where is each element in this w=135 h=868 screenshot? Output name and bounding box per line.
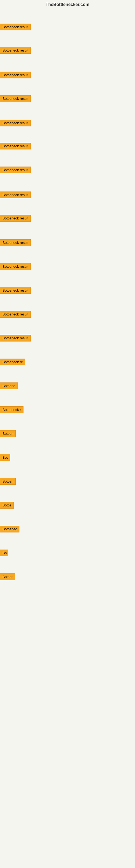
bottleneck-result-item-3[interactable]: Bottleneck result — [0, 72, 31, 80]
bottleneck-result-item-4[interactable]: Bottleneck result — [0, 95, 31, 103]
bottleneck-badge-12: Bottleneck result — [0, 287, 31, 294]
bottleneck-result-item-18[interactable]: Bottlen — [0, 430, 16, 438]
bottleneck-result-item-11[interactable]: Bottleneck result — [0, 263, 31, 271]
bottleneck-result-item-2[interactable]: Bottleneck result — [0, 47, 31, 55]
bottleneck-badge-6: Bottleneck result — [0, 143, 31, 150]
bottleneck-badge-24: Bottler — [0, 574, 15, 580]
bottleneck-badge-13: Bottleneck result — [0, 311, 31, 318]
bottleneck-result-item-12[interactable]: Bottleneck result — [0, 287, 31, 295]
bottleneck-badge-22: Bottlenec — [0, 526, 19, 532]
bottleneck-badge-4: Bottleneck result — [0, 95, 31, 102]
bottleneck-badge-20: Bottlen — [0, 478, 16, 485]
bottleneck-badge-18: Bottlen — [0, 430, 16, 437]
bottleneck-badge-9: Bottleneck result — [0, 215, 31, 222]
bottleneck-badge-2: Bottleneck result — [0, 47, 31, 54]
bottleneck-result-item-22[interactable]: Bottlenec — [0, 526, 19, 533]
bottleneck-result-item-6[interactable]: Bottleneck result — [0, 143, 31, 151]
bottleneck-result-item-20[interactable]: Bottlen — [0, 478, 16, 486]
bottleneck-result-item-13[interactable]: Bottleneck result — [0, 311, 31, 319]
bottleneck-result-item-17[interactable]: Bottleneck r — [0, 406, 24, 414]
bottleneck-result-item-14[interactable]: Bottleneck result — [0, 335, 31, 343]
bottleneck-badge-15: Bottleneck re — [0, 359, 26, 365]
bottleneck-result-item-9[interactable]: Bottleneck result — [0, 215, 31, 223]
bottleneck-badge-11: Bottleneck result — [0, 263, 31, 270]
bottleneck-badge-19: Bot — [0, 454, 10, 461]
bottleneck-badge-8: Bottleneck result — [0, 191, 31, 198]
bottleneck-badge-3: Bottleneck result — [0, 72, 31, 79]
bottleneck-result-item-16[interactable]: Bottlene — [0, 382, 18, 390]
bottleneck-result-item-24[interactable]: Bottler — [0, 574, 15, 581]
bottleneck-result-item-7[interactable]: Bottleneck result — [0, 166, 31, 175]
bottleneck-badge-17: Bottleneck r — [0, 406, 24, 413]
bottleneck-result-item-19[interactable]: Bot — [0, 454, 10, 462]
bottleneck-result-item-8[interactable]: Bottleneck result — [0, 191, 31, 199]
bottleneck-result-item-23[interactable]: Bo — [0, 550, 8, 557]
bottleneck-result-item-21[interactable]: Bottle — [0, 502, 14, 510]
bottleneck-badge-10: Bottleneck result — [0, 239, 31, 246]
bottleneck-badge-1: Bottleneck result — [0, 24, 31, 30]
bottleneck-badge-21: Bottle — [0, 502, 14, 508]
bottleneck-badge-23: Bo — [0, 550, 8, 556]
bottleneck-badge-16: Bottlene — [0, 382, 18, 389]
site-title: TheBottlenecker.com — [0, 0, 135, 8]
bottleneck-result-item-15[interactable]: Bottleneck re — [0, 359, 26, 367]
bottleneck-badge-5: Bottleneck result — [0, 120, 31, 126]
bottleneck-badge-14: Bottleneck result — [0, 335, 31, 341]
bottleneck-result-item-10[interactable]: Bottleneck result — [0, 239, 31, 247]
bottleneck-result-item-5[interactable]: Bottleneck result — [0, 120, 31, 127]
bottleneck-badge-7: Bottleneck result — [0, 166, 31, 173]
bottleneck-result-item-1[interactable]: Bottleneck result — [0, 24, 31, 31]
